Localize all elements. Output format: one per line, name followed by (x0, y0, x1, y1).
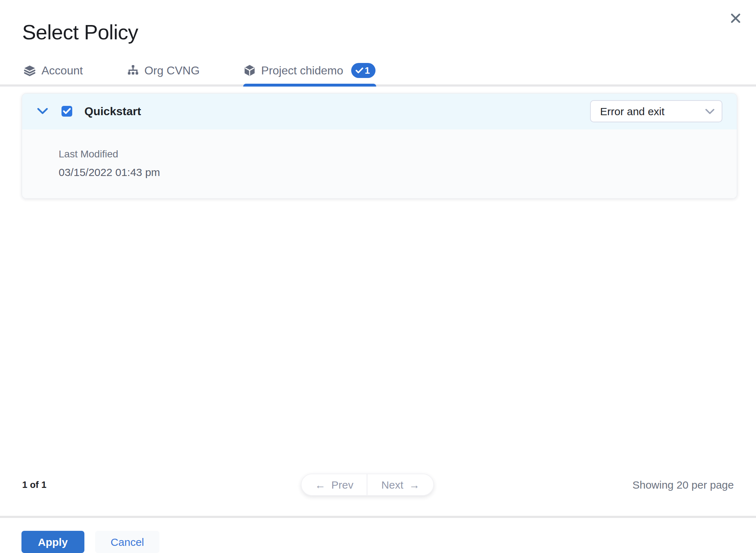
page-count: 1 of 1 (22, 479, 46, 490)
layers-icon (24, 65, 36, 77)
check-icon (355, 68, 363, 74)
tab-label: Account (41, 64, 83, 77)
tab-project-chidemo[interactable]: Project chidemo 1 (244, 57, 375, 84)
arrow-left-icon: ← (315, 478, 325, 490)
modal-footer: Apply Cancel (0, 518, 756, 553)
last-modified-value: 03/15/2022 01:43 pm (59, 166, 737, 178)
next-label: Next (381, 478, 403, 490)
scope-tabs: Account Org CVNG Project (0, 57, 756, 87)
policy-name: Quickstart (84, 105, 141, 118)
tab-label: Project chidemo (261, 64, 343, 77)
pager-pill: ← Prev Next → (300, 473, 434, 495)
apply-button[interactable]: Apply (21, 531, 84, 553)
policy-card-details: Last Modified 03/15/2022 01:43 pm (22, 129, 737, 198)
pagination-bar: 1 of 1 ← Prev Next → Showing 20 per page (22, 473, 734, 496)
page-title: Select Policy (22, 20, 756, 45)
cancel-button[interactable]: Cancel (95, 531, 159, 553)
tab-org-cvng[interactable]: Org CVNG (127, 57, 200, 84)
org-tree-icon (127, 65, 139, 76)
cube-icon (244, 65, 255, 77)
arrow-right-icon: → (409, 478, 420, 490)
close-icon (730, 13, 741, 23)
selected-count-badge: 1 (351, 63, 375, 78)
expand-toggle[interactable] (37, 106, 48, 117)
prev-button[interactable]: ← Prev (301, 474, 367, 495)
selected-action-label: Error and exit (600, 106, 664, 118)
prev-label: Prev (331, 478, 353, 490)
chevron-down-icon (705, 109, 715, 114)
policy-card: Quickstart Error and exit Last Modified … (21, 93, 737, 199)
content-spacer (0, 199, 756, 473)
tab-account[interactable]: Account (24, 57, 83, 84)
last-modified-label: Last Modified (59, 148, 737, 160)
badge-count: 1 (365, 65, 370, 76)
policy-action-select[interactable]: Error and exit (590, 101, 722, 123)
tab-label: Org CVNG (144, 64, 200, 77)
chevron-down-icon (37, 108, 48, 115)
per-page-info: Showing 20 per page (632, 478, 734, 490)
policy-checkbox[interactable] (62, 106, 72, 117)
select-policy-modal: Select Policy Account (0, 0, 756, 553)
close-button[interactable] (726, 9, 745, 27)
policy-card-header: Quickstart Error and exit (22, 94, 737, 129)
check-icon (63, 108, 71, 115)
next-button[interactable]: Next → (368, 474, 433, 495)
